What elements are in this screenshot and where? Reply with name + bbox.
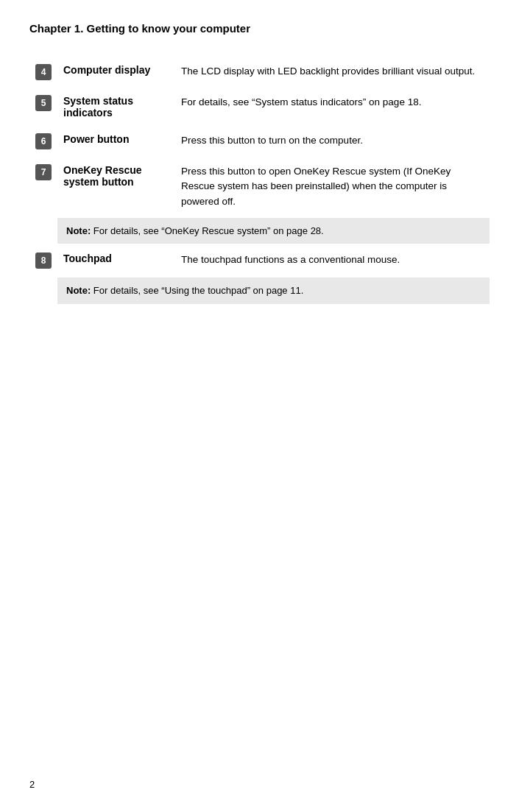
badge-cell: 6 (29, 126, 57, 157)
term-cell: OneKey Rescue system button (57, 157, 175, 216)
desc-cell: For details, see “System status indicato… (175, 88, 490, 126)
desc-cell: The touchpad functions as a conventional… (175, 245, 490, 276)
table-row: 7OneKey Rescue system buttonPress this b… (29, 157, 490, 216)
table-row: 8TouchpadThe touchpad functions as a con… (29, 245, 490, 276)
item-badge: 6 (35, 133, 52, 149)
table-row: 5System status indicatorsFor details, se… (29, 88, 490, 126)
badge-cell: 5 (29, 88, 57, 126)
term-cell: Computer display (57, 57, 175, 88)
note-row: Note: For details, see “Using the touchp… (29, 276, 490, 306)
page-number: 2 (29, 779, 35, 790)
desc-cell: The LCD display with LED backlight provi… (175, 57, 490, 88)
term-cell: Touchpad (57, 245, 175, 276)
note-label: Note: (66, 225, 91, 236)
badge-cell: 7 (29, 157, 57, 216)
page-title: Chapter 1. Getting to know your computer (29, 22, 490, 35)
desc-cell: Press this button to turn on the compute… (175, 126, 490, 157)
item-term: OneKey Rescue system button (63, 164, 142, 188)
item-term: Power button (63, 133, 129, 145)
term-cell: System status indicators (57, 88, 175, 126)
item-badge: 8 (35, 253, 52, 269)
content-table: 4Computer displayThe LCD display with LE… (29, 57, 490, 306)
note-cell: Note: For details, see “OneKey Rescue sy… (57, 216, 490, 246)
note-cell: Note: For details, see “Using the touchp… (57, 276, 490, 306)
item-term: System status indicators (63, 95, 133, 119)
item-badge: 7 (35, 164, 52, 180)
item-badge: 4 (35, 64, 52, 80)
table-row: 4Computer displayThe LCD display with LE… (29, 57, 490, 88)
badge-cell: 8 (29, 245, 57, 276)
note-row: Note: For details, see “OneKey Rescue sy… (29, 216, 490, 246)
item-term: Computer display (63, 64, 150, 76)
note-box: Note: For details, see “OneKey Rescue sy… (57, 218, 490, 244)
table-row: 6Power buttonPress this button to turn o… (29, 126, 490, 157)
item-badge: 5 (35, 95, 52, 111)
badge-cell: 4 (29, 57, 57, 88)
note-label: Note: (66, 285, 91, 296)
note-box: Note: For details, see “Using the touchp… (57, 278, 490, 304)
term-cell: Power button (57, 126, 175, 157)
desc-cell: Press this button to open OneKey Rescue … (175, 157, 490, 216)
item-term: Touchpad (63, 253, 112, 264)
